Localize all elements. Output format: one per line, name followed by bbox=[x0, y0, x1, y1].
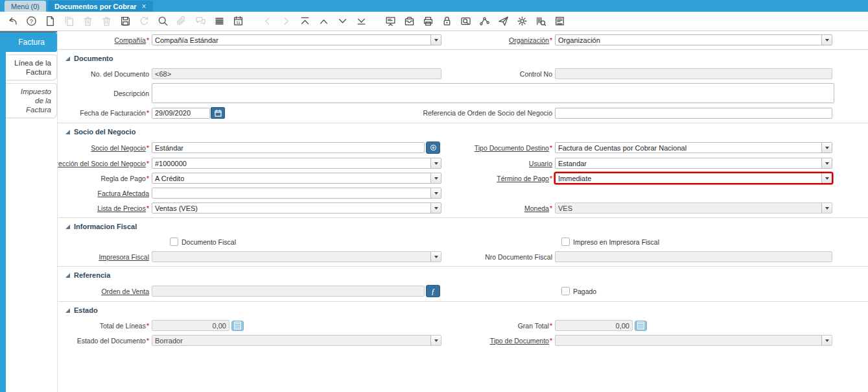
report-button[interactable] bbox=[382, 13, 399, 30]
fecha-de-facturacion-field[interactable]: 29/09/2020 bbox=[152, 108, 210, 119]
field-label: Control No bbox=[520, 70, 552, 78]
grid-view-button[interactable] bbox=[211, 13, 228, 30]
history-button[interactable]: 31 bbox=[229, 13, 246, 30]
window-tab-bar: Menú (0)Documentos por Cobrar× bbox=[0, 0, 868, 12]
tipo-de-documento-label[interactable]: Tipo de Documento bbox=[490, 337, 549, 345]
compania-combobox[interactable]: Compañía Estándar bbox=[152, 34, 441, 45]
parent-left-icon bbox=[262, 16, 273, 27]
documento-fiscal-checkbox[interactable] bbox=[170, 238, 178, 246]
tipo-documento-destino-combobox[interactable]: Factura de Cuentas por Cobrar Nacional bbox=[555, 142, 832, 153]
termino-de-pago-label[interactable]: Término de Pago bbox=[497, 175, 549, 182]
termino-de-pago-combobox[interactable]: Immediate bbox=[555, 173, 832, 184]
dropdown-arrow-icon[interactable] bbox=[430, 35, 441, 45]
collapse-triangle-icon bbox=[65, 225, 70, 229]
form-cell-right: Tipo de Documento* bbox=[448, 335, 868, 346]
usuario-label[interactable]: Usuario bbox=[529, 160, 552, 167]
archive-icon bbox=[404, 16, 415, 27]
dropdown-arrow-icon[interactable] bbox=[821, 158, 832, 168]
close-tab-icon[interactable]: × bbox=[142, 3, 147, 10]
referencia-de-orden-de-socio-field[interactable] bbox=[555, 108, 832, 119]
section-header-referencia[interactable]: Referencia bbox=[58, 268, 868, 282]
form-cell-right: Pagado bbox=[448, 286, 868, 297]
collapse-triangle-icon bbox=[65, 273, 70, 278]
dropdown-arrow-icon[interactable] bbox=[430, 203, 441, 213]
calculator-icon bbox=[637, 321, 645, 330]
form-row: Socio del Negocio*EstándarTipo Documento… bbox=[58, 141, 868, 154]
regla-de-pago-combobox[interactable]: A Crédito bbox=[152, 173, 441, 184]
form-cell-left: Factura Afectada bbox=[58, 188, 448, 199]
pagado-checkbox[interactable] bbox=[561, 287, 570, 295]
direccion-del-socio-del-negocio-label[interactable]: Dirección del Socio del Negocio bbox=[57, 160, 146, 167]
first-record-button[interactable] bbox=[296, 13, 313, 30]
section-header-estado[interactable]: Estado bbox=[58, 303, 868, 317]
previous-record-button[interactable] bbox=[315, 13, 332, 30]
impresora-fiscal-label[interactable]: Impresora Fiscal bbox=[99, 253, 149, 261]
descripcion-textarea[interactable] bbox=[152, 83, 834, 103]
dropdown-arrow-icon[interactable] bbox=[821, 35, 832, 45]
lista-de-precios-label[interactable]: Lista de Precios bbox=[97, 204, 146, 212]
history-icon: 31 bbox=[233, 16, 244, 27]
request-button[interactable] bbox=[495, 13, 511, 30]
section-title: Estado bbox=[74, 306, 98, 314]
down-triangle bbox=[434, 177, 438, 180]
tipo-documento-destino-label[interactable]: Tipo Documento Destino bbox=[475, 144, 549, 152]
dropdown-arrow-icon[interactable] bbox=[821, 143, 832, 153]
moneda-label[interactable]: Moneda bbox=[524, 204, 549, 212]
socio-del-negocio-field[interactable]: Estándar bbox=[152, 142, 425, 153]
next-record-button[interactable] bbox=[334, 13, 351, 30]
section-header-socio-del-negocio[interactable]: Socio del Negocio bbox=[58, 125, 868, 139]
sidebar-tab-factura[interactable]: Factura bbox=[6, 32, 57, 52]
sidebar-tab-impuesto-de-la-factura[interactable]: Impuesto de la Factura bbox=[6, 83, 57, 118]
dropdown-arrow-icon[interactable] bbox=[430, 188, 441, 198]
dropdown-arrow-icon[interactable] bbox=[430, 173, 441, 183]
help-button[interactable]: ? bbox=[23, 13, 40, 30]
print-button[interactable] bbox=[419, 13, 436, 30]
factura-afectada-label[interactable]: Factura Afectada bbox=[98, 190, 149, 197]
form-cell-right: Nro Documento Fiscal bbox=[448, 251, 868, 262]
form-row: Orden de VentaƒPagado bbox=[58, 285, 868, 297]
dropdown-arrow-icon[interactable] bbox=[430, 158, 441, 168]
new-record-button[interactable] bbox=[41, 13, 58, 30]
workflow-icon bbox=[479, 16, 490, 27]
socio-del-negocio-label[interactable]: Socio del Negocio bbox=[91, 144, 146, 152]
last-record-button[interactable] bbox=[353, 13, 369, 30]
save-button[interactable] bbox=[117, 13, 134, 30]
factura-afectada-combobox[interactable] bbox=[152, 188, 441, 199]
find-button[interactable] bbox=[154, 13, 171, 30]
termino-de-pago-value: Immediate bbox=[558, 175, 591, 182]
zoom-button[interactable]: ƒ bbox=[426, 285, 440, 297]
calendar-button[interactable] bbox=[211, 107, 225, 119]
usuario-combobox[interactable]: Estandar bbox=[555, 158, 832, 169]
print-preview-button[interactable] bbox=[551, 13, 568, 30]
direccion-del-socio-del-negocio-combobox[interactable]: #1000000 bbox=[152, 158, 441, 169]
impresora-fiscal-label-cell: Impresora Fiscal bbox=[58, 251, 152, 262]
sidebar-tab-linea-de-la-factura[interactable]: Línea de la Factura bbox=[6, 55, 57, 80]
moneda-label-cell: Moneda* bbox=[448, 202, 555, 214]
lock-button[interactable] bbox=[438, 13, 455, 30]
lista-de-precios-combobox[interactable]: Ventas (VES) bbox=[152, 202, 441, 214]
orden-de-venta-label[interactable]: Orden de Venta bbox=[101, 288, 149, 295]
undo-button[interactable] bbox=[4, 13, 21, 30]
compania-label[interactable]: Compañía bbox=[114, 36, 145, 44]
empty-label-cell bbox=[448, 286, 555, 297]
usuario-label-cell: Usuario bbox=[448, 158, 555, 169]
workflow-button[interactable] bbox=[476, 13, 493, 30]
product-info-button[interactable] bbox=[532, 13, 549, 30]
form-cell-left: Impresora Fiscal bbox=[58, 251, 448, 262]
dropdown-arrow-icon[interactable] bbox=[821, 173, 832, 183]
organizacion-combobox[interactable]: Organización bbox=[555, 34, 832, 45]
form-cell-left: Dirección del Socio del Negocio*#1000000 bbox=[58, 158, 448, 169]
down-triangle bbox=[434, 256, 438, 258]
section-header-informacion-fiscal[interactable]: Informacion Fiscal bbox=[58, 219, 868, 234]
section-header-documento[interactable]: Documento bbox=[58, 51, 868, 66]
bpartner-info-button[interactable] bbox=[426, 141, 440, 154]
organizacion-label-cell: Organización* bbox=[448, 34, 555, 45]
window-tab-menu-0[interactable]: Menú (0) bbox=[5, 1, 46, 12]
main-content: FacturaLínea de la FacturaImpuesto de la… bbox=[0, 31, 868, 392]
archive-button[interactable] bbox=[401, 13, 417, 30]
impreso-en-impresora-fiscal-checkbox[interactable] bbox=[561, 238, 570, 246]
preferences-button[interactable] bbox=[513, 13, 530, 30]
window-tab-documentos-por-cobrar[interactable]: Documentos por Cobrar× bbox=[48, 1, 153, 12]
zoom-across-button[interactable] bbox=[457, 13, 474, 30]
organizacion-label[interactable]: Organización bbox=[509, 36, 549, 44]
